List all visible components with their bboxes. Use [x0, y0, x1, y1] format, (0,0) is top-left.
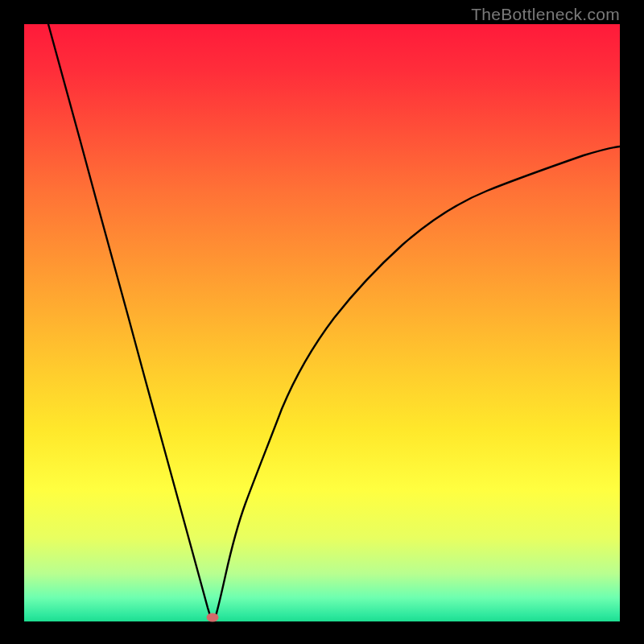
minimum-marker [207, 613, 219, 622]
bottleneck-curve [24, 24, 620, 621]
watermark-text: TheBottleneck.com [471, 5, 620, 24]
chart-frame: TheBottleneck.com [0, 0, 644, 644]
